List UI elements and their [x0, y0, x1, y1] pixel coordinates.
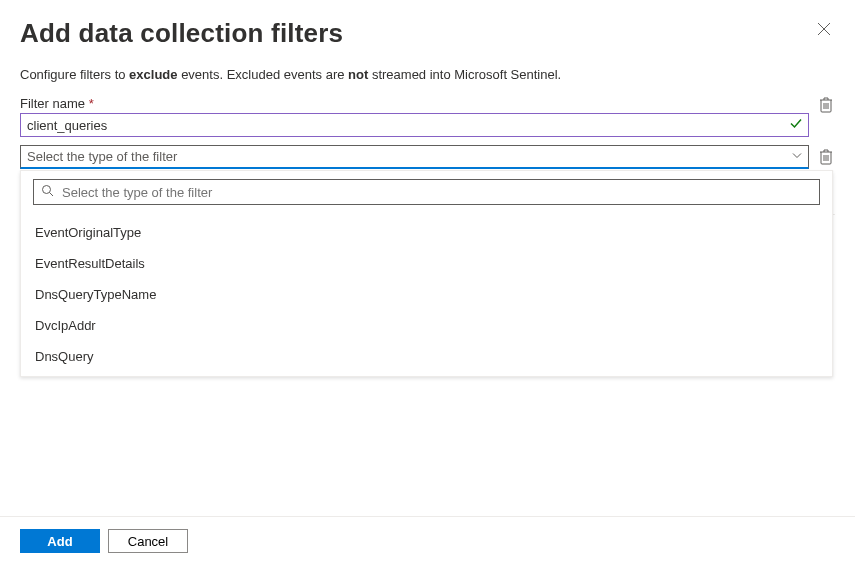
filter-type-dropdown: EventOriginalType EventResultDetails Dns… — [20, 170, 833, 377]
delete-type-button[interactable] — [819, 149, 835, 165]
dropdown-option[interactable]: DnsQueryTypeName — [33, 279, 820, 310]
delete-filter-button[interactable] — [819, 97, 835, 113]
dropdown-option[interactable]: EventResultDetails — [33, 248, 820, 279]
dropdown-option[interactable]: DnsQuery — [33, 341, 820, 372]
filter-type-select[interactable]: Select the type of the filter — [20, 145, 809, 169]
page-title: Add data collection filters — [20, 18, 343, 49]
cancel-button[interactable]: Cancel — [108, 529, 188, 553]
svg-point-0 — [43, 186, 51, 194]
footer: Add Cancel — [0, 516, 855, 565]
search-icon — [41, 184, 54, 200]
check-icon — [789, 117, 803, 134]
description-text: Configure filters to exclude events. Exc… — [0, 63, 855, 96]
filter-type-search-input[interactable] — [33, 179, 820, 205]
dropdown-option[interactable]: EventOriginalType — [33, 217, 820, 248]
trash-icon — [819, 97, 833, 113]
dropdown-option[interactable]: DvcIpAddr — [33, 310, 820, 341]
close-button[interactable] — [813, 18, 835, 43]
add-button[interactable]: Add — [20, 529, 100, 553]
filter-name-label: Filter name * — [20, 96, 809, 111]
close-icon — [817, 22, 831, 36]
filter-name-input[interactable] — [20, 113, 809, 137]
trash-icon — [819, 149, 833, 165]
